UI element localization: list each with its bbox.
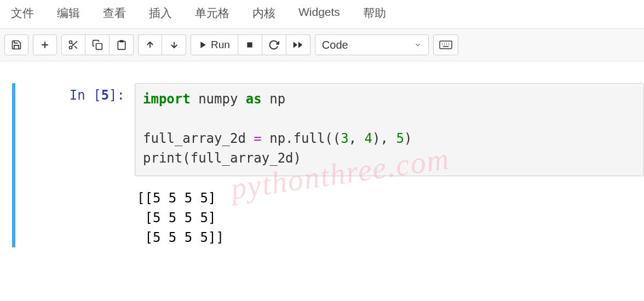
svg-marker-14 bbox=[294, 42, 298, 48]
paste-button[interactable] bbox=[110, 34, 134, 55]
command-palette-button[interactable] bbox=[433, 34, 458, 55]
menu-widgets[interactable]: Widgets bbox=[298, 5, 340, 21]
arrow-down-icon bbox=[169, 40, 179, 50]
output-prompt bbox=[20, 188, 135, 247]
copy-icon bbox=[92, 39, 103, 50]
menu-insert[interactable]: 插入 bbox=[149, 5, 172, 21]
code-cell[interactable]: In [5]: import numpy as np full_array_2d… bbox=[12, 83, 644, 247]
celltype-selected-label: Code bbox=[322, 39, 348, 51]
code-editor[interactable]: import numpy as np full_array_2d = np.fu… bbox=[135, 83, 644, 176]
menubar: 文件 编辑 查看 插入 单元格 内核 Widgets 帮助 bbox=[0, 0, 644, 29]
toolbar: Run Code bbox=[0, 29, 644, 61]
input-prompt: In [5]: bbox=[20, 83, 135, 103]
svg-rect-15 bbox=[440, 41, 452, 49]
svg-line-6 bbox=[72, 43, 73, 45]
chevron-down-icon bbox=[414, 41, 422, 49]
save-icon bbox=[11, 39, 22, 50]
cell-output-text: [[5 5 5 5] [5 5 5 5] [5 5 5 5]] bbox=[135, 188, 224, 247]
save-button[interactable] bbox=[4, 34, 28, 55]
svg-point-2 bbox=[70, 41, 72, 44]
svg-line-5 bbox=[74, 46, 77, 49]
cell-input-row: In [5]: import numpy as np full_array_2d… bbox=[20, 83, 644, 176]
fast-forward-icon bbox=[292, 39, 303, 50]
cut-button[interactable] bbox=[61, 34, 85, 55]
menu-file[interactable]: 文件 bbox=[11, 5, 34, 21]
notebook-area: In [5]: import numpy as np full_array_2d… bbox=[0, 61, 644, 247]
interrupt-button[interactable] bbox=[238, 34, 262, 55]
restart-run-all-button[interactable] bbox=[286, 34, 311, 55]
stop-icon bbox=[245, 40, 254, 49]
run-button[interactable]: Run bbox=[191, 34, 238, 55]
celltype-select[interactable]: Code bbox=[315, 34, 429, 55]
move-down-button[interactable] bbox=[162, 34, 186, 55]
run-button-label: Run bbox=[211, 39, 230, 51]
insert-cell-button[interactable] bbox=[33, 34, 57, 55]
menu-cell[interactable]: 单元格 bbox=[195, 5, 229, 21]
svg-marker-13 bbox=[298, 42, 303, 48]
svg-marker-11 bbox=[200, 42, 205, 48]
copy-button[interactable] bbox=[85, 34, 110, 55]
menu-view[interactable]: 查看 bbox=[103, 5, 126, 21]
scissors-icon bbox=[68, 39, 79, 50]
paste-icon bbox=[116, 39, 127, 50]
svg-rect-8 bbox=[119, 40, 123, 42]
menu-help[interactable]: 帮助 bbox=[363, 5, 386, 21]
keyboard-icon bbox=[439, 40, 452, 50]
menu-edit[interactable]: 编辑 bbox=[57, 5, 80, 21]
refresh-icon bbox=[268, 39, 279, 50]
plus-icon bbox=[39, 39, 50, 50]
menu-kernel[interactable]: 内核 bbox=[252, 5, 275, 21]
play-icon bbox=[199, 40, 208, 49]
cell-output-row: [[5 5 5 5] [5 5 5 5] [5 5 5 5]] bbox=[20, 188, 644, 247]
arrow-up-icon bbox=[145, 40, 155, 50]
restart-button[interactable] bbox=[262, 34, 286, 55]
svg-rect-12 bbox=[248, 42, 252, 47]
svg-rect-7 bbox=[96, 44, 102, 50]
move-up-button[interactable] bbox=[138, 34, 162, 55]
svg-point-3 bbox=[70, 47, 72, 49]
